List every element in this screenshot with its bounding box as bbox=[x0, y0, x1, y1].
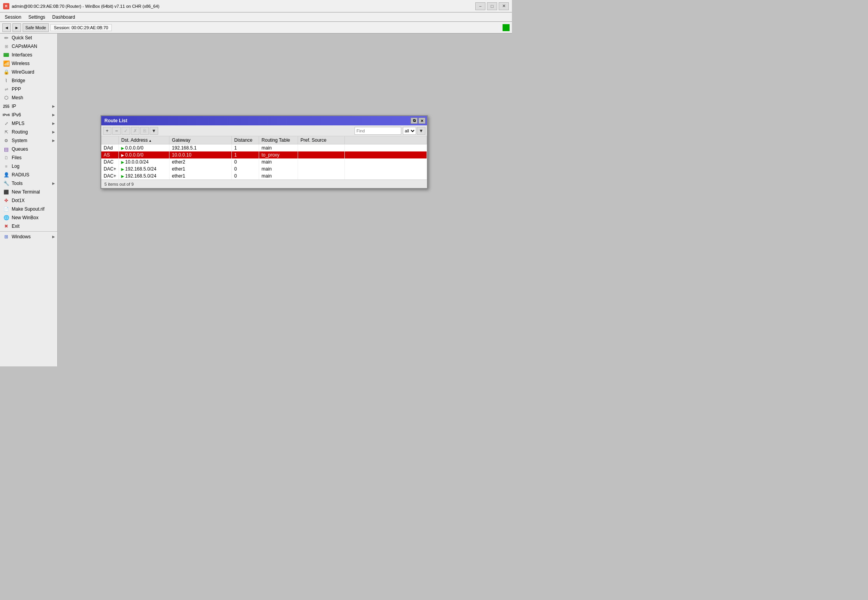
sidebar-item-dot1x[interactable]: ✤ Dot1X bbox=[0, 196, 57, 205]
sidebar-item-make-supout[interactable]: 📄 Make Supout.rif bbox=[0, 205, 57, 213]
sidebar-label-ip: IP bbox=[12, 104, 16, 109]
table-row[interactable]: DAC+ ▶192.168.5.0/24 ether1 0 main bbox=[101, 165, 427, 172]
sidebar-item-exit[interactable]: ✖ Exit bbox=[0, 222, 57, 230]
cell-type: AS bbox=[101, 151, 119, 158]
copy-route-button[interactable]: ⎘ bbox=[140, 127, 149, 135]
sidebar-item-tools[interactable]: 🔧 Tools ▶ bbox=[0, 179, 57, 188]
cell-pref-source bbox=[298, 144, 345, 152]
sidebar: ✏ Quick Set ⊞ CAPsMAAN Interfaces 📶 Wire… bbox=[0, 33, 58, 366]
tools-icon: 🔧 bbox=[3, 181, 9, 186]
windows-expand-icon: ▶ bbox=[52, 235, 55, 239]
sidebar-item-new-winbox[interactable]: 🌐 New WinBox bbox=[0, 213, 57, 222]
ipv6-expand-icon: ▶ bbox=[52, 113, 55, 117]
make-supout-icon: 📄 bbox=[3, 206, 9, 212]
sidebar-item-capsman[interactable]: ⊞ CAPsMAAN bbox=[0, 42, 57, 51]
window-restore-button[interactable]: ⧉ bbox=[411, 118, 418, 124]
cell-distance: 0 bbox=[232, 158, 259, 165]
sidebar-label-wireless: Wireless bbox=[12, 61, 30, 66]
sidebar-item-windows[interactable]: ⊞ Windows ▶ bbox=[0, 232, 57, 241]
table-row[interactable]: DAd ▶0.0.0.0/0 192.168.5.1 1 main bbox=[101, 144, 427, 152]
route-table-body: DAd ▶0.0.0.0/0 192.168.5.1 1 main AS ▶0.… bbox=[101, 144, 427, 180]
cell-type: DAd bbox=[101, 144, 119, 152]
sidebar-item-wireguard[interactable]: 🔒 WireGuard bbox=[0, 68, 57, 76]
forward-button[interactable]: ► bbox=[12, 23, 21, 32]
table-row[interactable]: DAC+ ▶192.168.5.0/24 ether1 0 main bbox=[101, 172, 427, 179]
log-icon: ≡ bbox=[3, 164, 9, 169]
maximize-button[interactable]: □ bbox=[487, 2, 497, 10]
col-distance[interactable]: Distance bbox=[232, 136, 259, 144]
exit-icon: ✖ bbox=[3, 223, 9, 229]
queues-icon: ▤ bbox=[3, 146, 9, 152]
sidebar-item-mpls[interactable]: ⤢ MPLS ▶ bbox=[0, 119, 57, 128]
title-controls: − □ ✕ bbox=[475, 2, 509, 10]
sidebar-item-bridge[interactable]: ⌇ Bridge bbox=[0, 76, 57, 85]
sidebar-label-capsman: CAPsMAAN bbox=[12, 44, 37, 49]
ip-icon: 255 bbox=[3, 104, 9, 109]
wireless-icon: 📶 bbox=[3, 61, 9, 66]
sidebar-item-system[interactable]: ⚙ System ▶ bbox=[0, 136, 57, 145]
back-button[interactable]: ◄ bbox=[2, 23, 11, 32]
sidebar-label-ipv6: IPv6 bbox=[12, 112, 21, 118]
wireguard-icon: 🔒 bbox=[3, 69, 9, 75]
radius-icon: 👤 bbox=[3, 172, 9, 178]
cell-distance: 1 bbox=[232, 151, 259, 158]
mpls-icon: ⤢ bbox=[3, 121, 9, 126]
safe-mode-button[interactable]: Safe Mode bbox=[23, 23, 49, 32]
table-row[interactable]: AS ▶0.0.0.0/0 10.0.0.10 1 to_proxy bbox=[101, 151, 427, 158]
table-row[interactable]: DAC ▶10.0.0.0/24 ether2 0 main bbox=[101, 158, 427, 165]
sidebar-item-radius[interactable]: 👤 RADIUS bbox=[0, 171, 57, 179]
table-header-row: Dst. Address Gateway Distance Routing Ta… bbox=[101, 136, 427, 144]
find-input[interactable] bbox=[355, 127, 401, 135]
remove-route-button[interactable]: − bbox=[112, 127, 121, 135]
col-gateway[interactable]: Gateway bbox=[169, 136, 232, 144]
cell-routing-table: main bbox=[259, 165, 298, 172]
menu-session[interactable]: Session bbox=[2, 14, 25, 21]
find-scope-select[interactable]: all bbox=[403, 127, 416, 135]
content-area: Route List ⧉ ✕ + − ✓ ✗ ⎘ ▼ all ▼ bbox=[58, 33, 512, 366]
sidebar-item-log[interactable]: ≡ Log bbox=[0, 162, 57, 171]
menu-dashboard[interactable]: Dashboard bbox=[49, 14, 78, 21]
minimize-button[interactable]: − bbox=[475, 2, 485, 10]
find-options-button[interactable]: ▼ bbox=[417, 127, 425, 135]
sidebar-item-ppp[interactable]: ⇌ PPP bbox=[0, 85, 57, 93]
sidebar-item-mesh[interactable]: ⬡ Mesh bbox=[0, 93, 57, 102]
col-type[interactable] bbox=[101, 136, 119, 144]
sidebar-item-routing[interactable]: ⇱ Routing ▶ bbox=[0, 128, 57, 136]
sidebar-item-files[interactable]: 🗋 Files bbox=[0, 153, 57, 162]
col-dst-address[interactable]: Dst. Address bbox=[119, 136, 169, 144]
sidebar-item-ipv6[interactable]: IPv6 IPv6 ▶ bbox=[0, 111, 57, 119]
enable-route-button[interactable]: ✓ bbox=[122, 127, 130, 135]
cell-gateway: ether1 bbox=[169, 172, 232, 179]
col-routing-table[interactable]: Routing Table bbox=[259, 136, 298, 144]
add-route-button[interactable]: + bbox=[103, 127, 111, 135]
cell-distance: 0 bbox=[232, 165, 259, 172]
new-winbox-icon: 🌐 bbox=[3, 215, 9, 220]
cell-routing-table: main bbox=[259, 144, 298, 152]
sidebar-item-interfaces[interactable]: Interfaces bbox=[0, 51, 57, 59]
sidebar-label-bridge: Bridge bbox=[12, 78, 25, 83]
sidebar-item-queues[interactable]: ▤ Queues bbox=[0, 145, 57, 153]
close-button[interactable]: ✕ bbox=[499, 2, 509, 10]
sidebar-label-tools: Tools bbox=[12, 181, 23, 186]
sidebar-label-quick-set: Quick Set bbox=[12, 35, 32, 40]
ppp-icon: ⇌ bbox=[3, 86, 9, 92]
sidebar-item-wireless[interactable]: 📶 Wireless bbox=[0, 59, 57, 68]
window-close-button[interactable]: ✕ bbox=[418, 118, 425, 124]
cell-pref-source bbox=[298, 165, 345, 172]
menu-settings[interactable]: Settings bbox=[25, 14, 48, 21]
mpls-expand-icon: ▶ bbox=[52, 121, 55, 125]
col-pref-source[interactable]: Pref. Source bbox=[298, 136, 345, 144]
window-title: Route List bbox=[104, 118, 127, 123]
sidebar-item-ip[interactable]: 255 IP ▶ bbox=[0, 102, 57, 111]
filter-button[interactable]: ▼ bbox=[150, 127, 158, 135]
cell-distance: 1 bbox=[232, 144, 259, 152]
sidebar-item-new-terminal[interactable]: ⬛ New Terminal bbox=[0, 188, 57, 196]
main-toolbar: ◄ ► Safe Mode Session: 00:0C:29:AE:0B:70 bbox=[0, 22, 512, 33]
sidebar-label-log: Log bbox=[12, 164, 19, 169]
system-icon: ⚙ bbox=[3, 138, 9, 143]
cell-dst-address: ▶0.0.0.0/0 bbox=[119, 144, 169, 152]
sidebar-item-quick-set[interactable]: ✏ Quick Set bbox=[0, 33, 57, 42]
disable-route-button[interactable]: ✗ bbox=[131, 127, 139, 135]
cell-gateway: ether1 bbox=[169, 165, 232, 172]
sidebar-label-dot1x: Dot1X bbox=[12, 198, 25, 203]
